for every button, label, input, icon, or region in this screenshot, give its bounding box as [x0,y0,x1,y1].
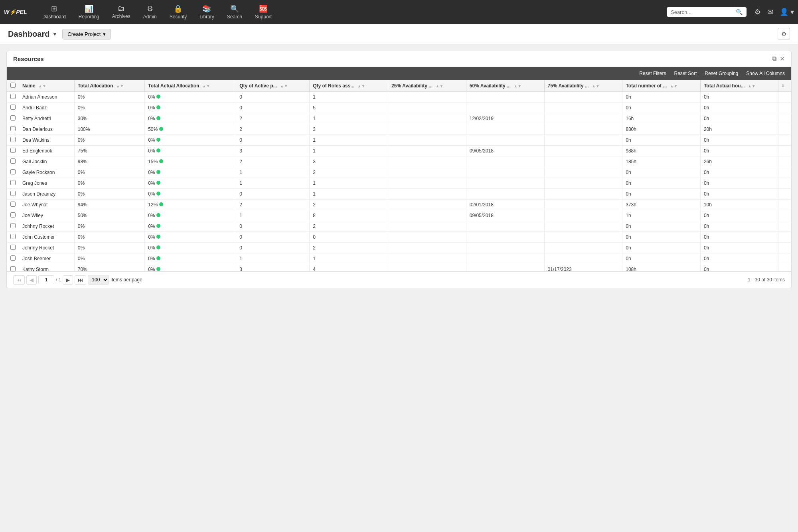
search-input[interactable] [671,9,736,15]
row-total-num: 0h [622,243,701,253]
col-header-avail-50[interactable]: 50% Availability ... ▲▼ [466,80,544,92]
row-avail-25 [388,210,466,221]
page-number-input[interactable] [38,275,54,284]
row-qty-active: 3 [236,146,310,156]
row-avail-50 [466,221,544,232]
row-checkbox[interactable] [10,137,16,142]
settings-icon[interactable]: ⚙ [755,8,761,16]
col-header-name[interactable]: Name ▲▼ [19,80,75,92]
col-header-avail-75[interactable]: 75% Availability ... ▲▼ [544,80,622,92]
select-all-checkbox[interactable] [10,83,16,88]
reset-filters-button[interactable]: Reset Filters [637,69,668,77]
envelope-icon[interactable]: ✉ [767,8,773,16]
reset-grouping-button[interactable]: Reset Grouping [702,69,741,77]
row-checkbox[interactable] [10,180,16,185]
row-checkbox[interactable] [10,169,16,174]
row-qty-active: 2 [236,113,310,124]
col-header-avail-25[interactable]: 25% Availability ... ▲▼ [388,80,466,92]
row-total-num: 0h [622,253,701,264]
row-checkbox[interactable] [10,255,16,261]
prev-page-button[interactable]: ◀ [26,275,37,285]
row-total-num: 988h [622,146,701,156]
next-page-button[interactable]: ▶ [63,275,73,285]
user-menu-icon[interactable]: 👤 ▾ [780,8,794,16]
row-avail-50 [466,232,544,243]
resources-table-wrapper[interactable]: Name ▲▼ Total Allocation ▲▼ Total Actual… [7,80,791,271]
row-checkbox-cell [7,221,19,232]
nav-item-archives[interactable]: 🗂 Archives [106,1,137,23]
row-qty-roles: 1 [310,178,388,189]
row-avail-75 [544,232,622,243]
table-row: Kathy Storm 70% 0% 3 4 01/17/2023 108h 0… [7,264,791,272]
row-checkbox-cell [7,146,19,156]
row-avail-50: 09/05/2018 [466,146,544,156]
row-total-actual-alloc: 0% [145,221,236,232]
row-qty-roles: 2 [310,221,388,232]
row-checkbox[interactable] [10,126,16,131]
nav-item-dashboard[interactable]: ⊞ Dashboard [36,1,72,23]
row-avail-75 [544,210,622,221]
row-more [778,124,791,135]
top-navigation: W⚡PEL ⊞ Dashboard 📊 Reporting 🗂 Archives… [0,0,798,24]
create-project-label: Create Project [67,31,101,37]
row-avail-75 [544,103,622,113]
row-checkbox[interactable] [10,115,16,121]
total-pages: / 1 [56,277,61,283]
first-page-button[interactable]: ⏮ [13,275,25,285]
row-qty-roles: 2 [310,243,388,253]
dashboard-caret-icon[interactable]: ▼ [52,31,57,37]
row-checkbox[interactable] [10,94,16,99]
row-total-alloc: 0% [74,243,144,253]
row-total-num: 0h [622,232,701,243]
items-per-page-select[interactable]: 25 50 100 250 [88,275,109,285]
copy-icon[interactable]: ⧉ [772,55,776,63]
col-header-total-allocation[interactable]: Total Allocation ▲▼ [74,80,144,92]
row-checkbox[interactable] [10,223,16,228]
row-checkbox-cell [7,200,19,210]
row-checkbox[interactable] [10,212,16,218]
row-total-alloc: 94% [74,200,144,210]
row-total-actual-h: 10h [700,200,778,210]
nav-item-reporting[interactable]: 📊 Reporting [72,1,106,23]
resources-panel: Resources ⧉ ✕ Reset Filters Reset Sort R… [6,51,792,288]
row-checkbox[interactable] [10,234,16,239]
row-qty-active: 1 [236,210,310,221]
close-icon[interactable]: ✕ [780,55,785,63]
nav-item-admin[interactable]: ⚙ Admin [137,1,163,23]
row-checkbox[interactable] [10,245,16,250]
nav-item-security[interactable]: 🔒 Security [163,1,193,23]
row-name: Ed Englenook [19,146,75,156]
row-avail-25 [388,189,466,200]
row-more [778,264,791,272]
col-header-total-number[interactable]: Total number of ... ▲▼ [622,80,701,92]
dashboard-settings-button[interactable]: ⚙ [778,28,790,40]
row-total-actual-alloc: 0% [145,232,236,243]
row-checkbox[interactable] [10,158,16,164]
row-more [778,200,791,210]
row-checkbox[interactable] [10,202,16,207]
row-checkbox[interactable] [10,105,16,110]
nav-item-support[interactable]: 🆘 Support [249,1,278,23]
row-qty-roles: 1 [310,113,388,124]
row-avail-25 [388,253,466,264]
last-page-button[interactable]: ⏭ [75,275,86,285]
row-qty-active: 2 [236,156,310,167]
col-header-qty-roles[interactable]: Qty of Roles ass... ▲▼ [310,80,388,92]
row-checkbox[interactable] [10,148,16,153]
nav-item-library[interactable]: 📚 Library [193,1,221,23]
nav-label-reporting: Reporting [79,14,99,20]
nav-item-search[interactable]: 🔍 Search [221,1,249,23]
col-header-more[interactable]: ≡ [778,80,791,92]
col-header-total-actual-allocation[interactable]: Total Actual Allocation ▲▼ [145,80,236,92]
reset-sort-button[interactable]: Reset Sort [672,69,699,77]
row-checkbox[interactable] [10,266,16,271]
show-all-columns-button[interactable]: Show All Columns [744,69,787,77]
dashboard-icon: ⊞ [51,4,57,13]
create-project-button[interactable]: Create Project ▾ [62,29,111,40]
col-header-total-actual-hours[interactable]: Total Actual hou... ▲▼ [700,80,778,92]
row-checkbox[interactable] [10,191,16,196]
status-dot [156,224,160,228]
row-qty-active: 3 [236,264,310,272]
row-avail-25 [388,92,466,103]
col-header-qty-active[interactable]: Qty of Active p... ▲▼ [236,80,310,92]
